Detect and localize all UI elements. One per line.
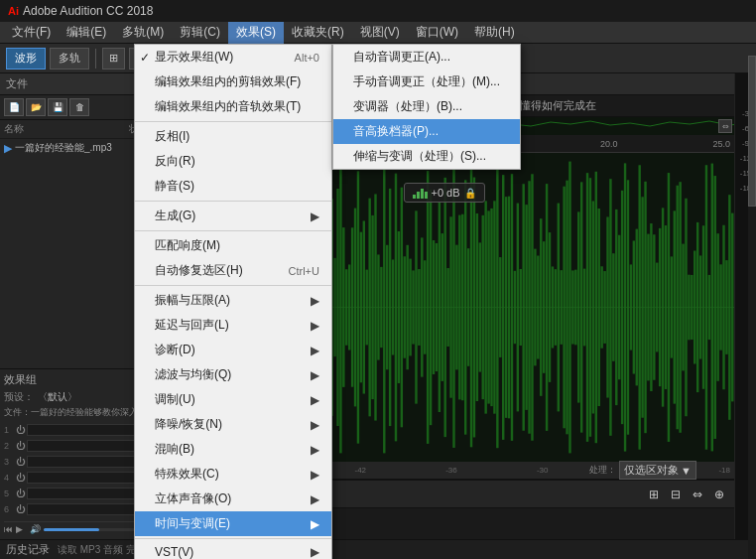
files-btn-save[interactable]: 💾 (48, 98, 67, 116)
menu-view[interactable]: 视图(V) (352, 22, 408, 44)
transport-btn-a[interactable]: ⊞ (645, 487, 663, 502)
files-toolbar-icons: 📄 📂 💾 🗑 (0, 95, 153, 120)
svg-rect-194 (433, 240, 435, 307)
eff-bar-2 (27, 440, 139, 452)
menu-help[interactable]: 帮助(H) (466, 22, 523, 44)
svg-rect-391 (716, 308, 718, 381)
svg-rect-348 (656, 263, 658, 308)
submenu-pitch-transposer[interactable]: 音高换档器(P)... (333, 119, 520, 144)
dd-time-pitch[interactable]: 时间与变调(E) ▶ (135, 511, 331, 536)
dd-match-loudness[interactable]: 匹配响度(M) (135, 233, 331, 258)
dd-delay[interactable]: 延迟与回声(L) ▶ (135, 313, 331, 338)
dd-reverb[interactable]: 混响(B) ▶ (135, 437, 331, 462)
svg-rect-321 (615, 308, 617, 406)
file-item-0[interactable]: ▶ 一篇好的经验能_.mp3 (0, 139, 153, 157)
eff-power-6[interactable]: ⏻ (16, 504, 25, 514)
vol-lock-icon[interactable]: 🔒 (464, 188, 476, 199)
svg-rect-388 (714, 176, 716, 307)
svg-rect-184 (418, 269, 420, 307)
right-scrollbar[interactable] (748, 73, 756, 539)
files-btn-open[interactable]: 📂 (26, 98, 46, 116)
dd-mute[interactable]: 静音(S) (135, 174, 331, 199)
svg-rect-297 (580, 308, 582, 433)
eff-power-3[interactable]: ⏻ (16, 457, 25, 467)
scrollbar-thumb[interactable] (748, 73, 756, 207)
dd-edit-clip-effects[interactable]: 编辑效果组内的剪辑效果(F) (135, 70, 331, 94)
processing-label: 处理： (589, 464, 616, 477)
processing-dropdown[interactable]: 仅选区对象 ▼ (619, 461, 696, 480)
svg-rect-147 (363, 308, 365, 394)
eff-row-5: 5 ⏻ ⊙ (4, 486, 149, 501)
dd-generate-arrow: ▶ (311, 210, 319, 223)
transport-btn-c[interactable]: ⇔ (689, 487, 706, 502)
eff-bar-3 (27, 456, 139, 468)
svg-rect-148 (366, 270, 368, 308)
menu-clip[interactable]: 剪辑(C) (172, 22, 228, 44)
dd-auto-heal-shortcut: Ctrl+U (289, 265, 319, 277)
dd-modulation[interactable]: 调制(U) ▶ (135, 387, 331, 412)
eff-power-1[interactable]: ⏻ (16, 425, 25, 435)
svg-rect-263 (531, 308, 533, 441)
scroll-btn[interactable]: ⇔ (718, 119, 732, 133)
zoom-m30: -30 (537, 466, 549, 475)
svg-rect-385 (708, 308, 710, 341)
transport-btn-d[interactable]: ⊕ (710, 487, 728, 502)
menu-multitrack[interactable]: 多轨(M) (114, 22, 172, 44)
eff-num-3: 3 (4, 457, 14, 467)
svg-rect-135 (345, 308, 347, 346)
svg-rect-331 (630, 308, 632, 350)
svg-rect-281 (558, 308, 560, 412)
svg-rect-380 (702, 225, 704, 307)
dd-vst[interactable]: VST(V) ▶ (135, 541, 331, 559)
svg-rect-296 (580, 182, 582, 307)
svg-rect-365 (679, 308, 681, 433)
effects-panel: 效果组 ≡ 预设： 〈默认〉 文件：一篇好的经验能够教你深入了解某 1 ⏻ ⊙ (0, 368, 153, 539)
menu-effects[interactable]: 效果(S) (228, 22, 284, 44)
svg-rect-186 (421, 237, 423, 307)
files-btn-delete[interactable]: 🗑 (69, 98, 89, 116)
dd-diagnostic[interactable]: 诊断(D) ▶ (135, 338, 331, 362)
transport-btn-b[interactable]: ⊟ (667, 487, 685, 502)
dd-amplitude[interactable]: 振幅与压限(A) ▶ (135, 288, 331, 313)
menu-favorites[interactable]: 收藏夹(R) (284, 22, 352, 44)
dd-show-effects-group[interactable]: 显示效果组(W) Alt+0 (135, 45, 331, 70)
svg-rect-159 (380, 308, 382, 349)
svg-rect-279 (555, 308, 557, 346)
svg-rect-315 (606, 308, 608, 398)
svg-rect-246 (508, 197, 510, 308)
submenu-pitch-shifter-label: 变调器（处理）(B)... (353, 98, 462, 115)
toolbar-multitrack-mode[interactable]: 多轨 (50, 48, 89, 70)
menu-window[interactable]: 窗口(W) (408, 22, 466, 44)
dd-filter[interactable]: 滤波与均衡(Q) ▶ (135, 362, 331, 387)
submenu-stretch-pitch[interactable]: 伸缩与变调（处理）(S)... (333, 144, 520, 169)
dd-edit-track-effects[interactable]: 编辑效果组内的音轨效果(T) (135, 94, 331, 119)
menu-file[interactable]: 文件(F) (4, 22, 59, 44)
effects-title: 效果组 (4, 372, 37, 387)
files-btn-new[interactable]: 📄 (4, 98, 24, 116)
eff-power-4[interactable]: ⏻ (16, 473, 25, 483)
svg-rect-179 (409, 308, 411, 356)
dd-stereo[interactable]: 立体声音像(O) ▶ (135, 487, 331, 511)
dd-invert[interactable]: 反相(I) (135, 124, 331, 149)
submenu-manual-tune[interactable]: 手动音调更正（处理）(M)... (333, 70, 520, 94)
eff-power-5[interactable]: ⏻ (16, 489, 25, 498)
toolbar-btn-1[interactable]: ⊞ (102, 48, 125, 70)
dd-special[interactable]: 特殊效果(C) ▶ (135, 462, 331, 487)
svg-rect-213 (458, 308, 460, 400)
toolbar-waveform-mode[interactable]: 波形 (6, 48, 46, 70)
dd-reverse[interactable]: 反向(R) (135, 149, 331, 174)
submenu-pitch-shifter[interactable]: 变调器（处理）(B)... (333, 94, 520, 119)
svg-rect-196 (436, 243, 438, 308)
menu-edit[interactable]: 编辑(E) (59, 22, 114, 44)
dd-denoise[interactable]: 降噪/恢复(N) ▶ (135, 412, 331, 437)
dd-vst-arrow: ▶ (311, 545, 319, 559)
submenu-auto-tune[interactable]: 自动音调更正(A)... (333, 45, 520, 70)
dd-generate[interactable]: 生成(G) ▶ (135, 204, 331, 228)
svg-rect-286 (566, 181, 567, 308)
svg-rect-401 (731, 308, 733, 402)
menu-bar: 文件(F) 编辑(E) 多轨(M) 剪辑(C) 效果(S) 收藏夹(R) 视图(… (0, 22, 756, 44)
eff-power-2[interactable]: ⏻ (16, 441, 25, 451)
volume-indicator: +0 dB 🔒 (403, 183, 484, 203)
dd-auto-heal[interactable]: 自动修复选区(H) Ctrl+U (135, 258, 331, 283)
svg-rect-376 (696, 222, 698, 308)
